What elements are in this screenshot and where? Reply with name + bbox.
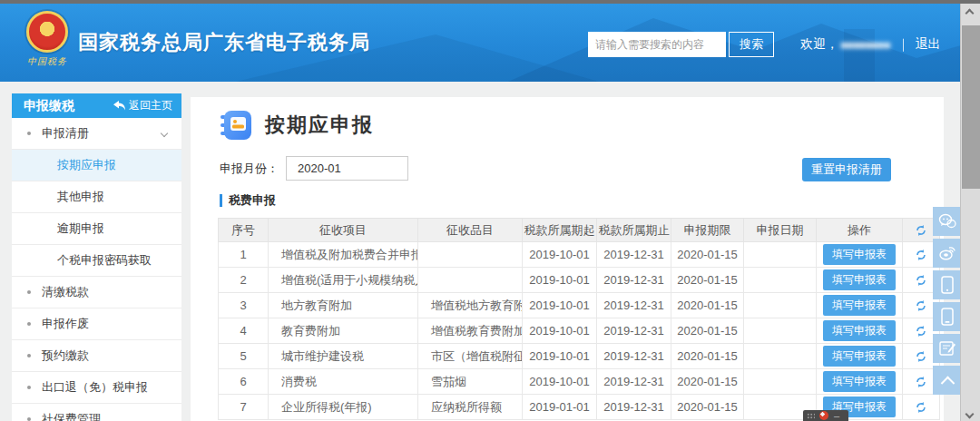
chevron-down-icon — [161, 130, 168, 137]
refresh-icon[interactable] — [915, 224, 927, 237]
reply-arrow-icon — [113, 101, 125, 111]
back-to-top-icon[interactable] — [933, 366, 962, 395]
search-button[interactable]: 搜索 — [729, 32, 774, 57]
fill-declaration-form-button[interactable]: 填写申报表 — [823, 320, 896, 341]
wechat-icon[interactable] — [933, 207, 962, 236]
sidebar-item-tax-password[interactable]: 个税申报密码获取 — [12, 245, 181, 277]
scrollbar-up-button[interactable] — [961, 4, 980, 20]
sidebar-item-void-declaration[interactable]: 申报作废 — [12, 308, 181, 340]
refresh-icon[interactable] — [915, 325, 927, 338]
sidebar-item-other-declaration[interactable]: 其他申报 — [12, 181, 181, 213]
bullet-icon — [27, 322, 31, 326]
survey-icon[interactable] — [933, 334, 962, 363]
floating-share-bar — [933, 207, 962, 397]
refresh-icon[interactable] — [915, 376, 927, 388]
mobile-site-icon[interactable] — [933, 302, 962, 331]
capture-app-logo-icon — [819, 411, 828, 420]
fill-declaration-form-button[interactable]: 填写申报表 — [823, 295, 896, 316]
sidebar-item-appointment-payment[interactable]: 预约缴款 — [12, 340, 181, 372]
section-accent-bar — [220, 194, 222, 207]
refresh-icon[interactable] — [915, 274, 927, 287]
table-header-row: 序号 征收项目 征收品目 税款所属期起 税款所属期止 申报期限 申报日期 操作 — [219, 219, 940, 242]
scrollbar-down-button[interactable] — [961, 405, 980, 421]
window-top-edge — [0, 0, 980, 4]
table-row: 3 地方教育附加 增值税地方教育附加 2019-10-01 2019-12-31… — [219, 293, 940, 318]
fill-declaration-form-button[interactable]: 填写申报表 — [823, 244, 896, 265]
browser-scrollbar[interactable] — [960, 4, 980, 421]
fill-declaration-form-button[interactable]: 填写申报表 — [823, 269, 896, 290]
drag-handle-icon[interactable] — [807, 413, 815, 419]
sidebar-item-periodic-declaration[interactable]: 按期应申报 — [12, 150, 181, 181]
bullet-icon — [27, 417, 31, 421]
bullet-icon — [27, 386, 31, 389]
logout-link[interactable]: 退出 — [916, 36, 941, 53]
sidebar-item-declare-register[interactable]: 申报清册 — [12, 118, 181, 150]
chevron-up-icon — [965, 9, 975, 18]
fill-declaration-form-button[interactable]: 填写申报表 — [823, 371, 896, 392]
page-header: 按期应申报 — [220, 109, 374, 142]
back-to-home-link[interactable]: 返回主页 — [113, 98, 172, 113]
welcome-prefix: 欢迎， — [800, 36, 838, 53]
refresh-icon[interactable] — [915, 401, 927, 414]
sidebar-item-pay-tax[interactable]: 清缴税款 — [12, 277, 181, 308]
mobile-app-icon[interactable] — [933, 270, 962, 299]
tax-bureau-logo: ★ 中国税务 — [18, 11, 76, 68]
bullet-icon — [27, 354, 31, 357]
declare-month-input[interactable] — [286, 156, 408, 181]
fill-declaration-form-button[interactable]: 填写申报表 — [823, 346, 896, 367]
section-header: 税费申报 — [220, 192, 276, 209]
filter-row: 申报月份： — [220, 156, 408, 181]
table-row: 1 增值税及附加税费合并申报 2019-10-01 2019-12-31 202… — [219, 242, 940, 268]
bullet-icon — [27, 290, 31, 294]
header-search: 搜索 — [588, 32, 774, 57]
site-header: ★ 中国税务 国家税务总局广东省电子税务局 搜索 欢迎， ■■■■■■■■ ｜ … — [0, 4, 980, 82]
sidebar-item-export-refund[interactable]: 出口退（免）税申报 — [12, 372, 181, 404]
logo-caption: 中国税务 — [18, 55, 76, 68]
user-welcome-area: 欢迎， ■■■■■■■■ ｜ 退出 — [800, 36, 941, 53]
username-masked: ■■■■■■■■ — [840, 38, 890, 52]
sidebar-menu: 申报缴税 返回主页 申报清册 按期应申报 其他申报 逾期申报 个税申报密码获取 … — [12, 93, 181, 421]
chevron-down-icon — [965, 410, 975, 419]
table-row: 4 教育费附加 增值税教育费附加 2019-10-01 2019-12-31 2… — [219, 318, 940, 344]
page-title: 按期应申报 — [265, 112, 374, 139]
capture-toolbar[interactable]: – — [803, 410, 848, 421]
refresh-icon[interactable] — [915, 249, 927, 261]
search-input[interactable] — [588, 32, 726, 57]
notebook-icon — [220, 109, 252, 142]
national-emblem-icon: ★ — [26, 11, 68, 53]
refresh-icon[interactable] — [915, 299, 927, 312]
minimize-icon[interactable]: – — [834, 411, 839, 420]
table-row: 6 消费税 雪茄烟 2019-10-01 2019-12-31 2020-01-… — [219, 369, 940, 395]
scrollbar-thumb[interactable] — [962, 25, 980, 189]
sidebar-header: 申报缴税 返回主页 — [12, 93, 181, 118]
declaration-table: 序号 征收项目 征收品目 税款所属期起 税款所属期止 申报期限 申报日期 操作 … — [218, 218, 940, 420]
bullet-icon — [27, 132, 31, 135]
chevron-up-icon — [940, 376, 955, 390]
filter-label: 申报月份： — [220, 161, 279, 177]
sidebar-item-social-insurance[interactable]: 社保费管理 — [12, 404, 181, 421]
main-panel: 按期应申报 申报月份： 重置申报清册 税费申报 序号 征收项目 征收品目 税款所… — [191, 97, 944, 421]
section-title: 税费申报 — [229, 192, 276, 209]
table-row: 2 增值税(适用于小规模纳税人) 2019-10-01 2019-12-31 2… — [219, 268, 940, 293]
table-row: 5 城市维护建设税 市区（增值税附征） 2019-10-01 2019-12-3… — [219, 344, 940, 369]
welcome-separator: ｜ — [897, 36, 910, 53]
site-title: 国家税务总局广东省电子税务局 — [78, 29, 370, 56]
declaration-table-wrap: 序号 征收项目 征收品目 税款所属期起 税款所属期止 申报期限 申报日期 操作 … — [218, 218, 939, 420]
sidebar-item-overdue-declaration[interactable]: 逾期申报 — [12, 213, 181, 245]
sidebar-title: 申报缴税 — [24, 98, 113, 114]
weibo-icon[interactable] — [933, 239, 962, 268]
reset-declaration-list-button[interactable]: 重置申报清册 — [802, 158, 891, 181]
refresh-icon[interactable] — [915, 350, 927, 363]
